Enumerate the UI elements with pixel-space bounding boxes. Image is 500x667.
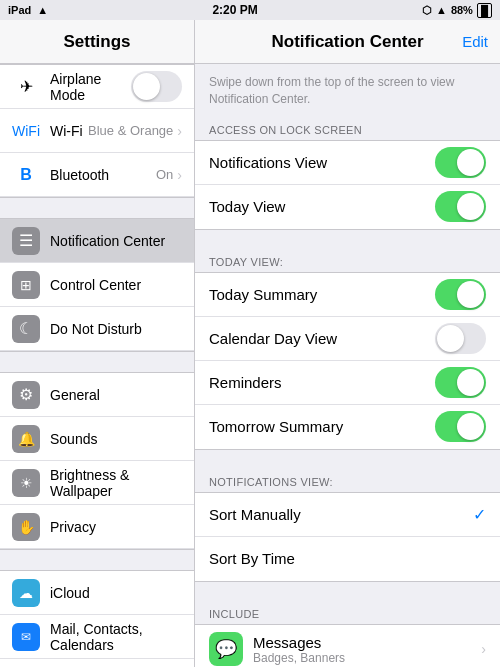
brightness-label: Brightness & Wallpaper: [50, 467, 182, 499]
tomorrow-summary-row: Tomorrow Summary: [195, 405, 500, 449]
tomorrow-summary-toggle[interactable]: [435, 411, 486, 442]
sidebar-item-airplane[interactable]: ✈ Airplane Mode: [0, 65, 194, 109]
wifi-icon: ▲: [37, 4, 48, 16]
sidebar-item-mail[interactable]: ✉ Mail, Contacts, Calendars: [0, 615, 194, 659]
battery-icon: █: [477, 3, 492, 18]
messages-chevron-icon: ›: [481, 641, 486, 657]
edit-button[interactable]: Edit: [462, 33, 488, 50]
divider-1: [0, 198, 194, 218]
status-right: ⬡ ▲ 88% █: [422, 3, 492, 18]
bluetooth-value: On: [156, 167, 173, 182]
sort-manually-check: ✓: [473, 505, 486, 524]
wifi-chevron: ›: [177, 123, 182, 139]
do-not-disturb-label: Do Not Disturb: [50, 321, 182, 337]
notification-center-nav-title: Notification Center: [271, 32, 423, 52]
status-bar: iPad ▲ 2:20 PM ⬡ ▲ 88% █: [0, 0, 500, 20]
include-section-header: INCLUDE: [195, 602, 500, 624]
mail-label: Mail, Contacts, Calendars: [50, 621, 182, 653]
status-left: iPad ▲: [8, 4, 48, 16]
include-messages-name: Messages: [253, 634, 481, 651]
sort-by-time-label: Sort By Time: [209, 550, 486, 567]
nav-left-section: Settings: [0, 20, 195, 63]
calendar-day-view-label: Calendar Day View: [209, 330, 435, 347]
sidebar-item-notes[interactable]: 📝 Notes: [0, 659, 194, 667]
brightness-icon: ☀: [12, 469, 40, 497]
today-settings-group: Today Summary Calendar Day View Reminder…: [195, 272, 500, 450]
time-label: 2:20 PM: [212, 3, 257, 17]
gap-2: [195, 450, 500, 470]
sidebar-item-control-center[interactable]: ⊞ Control Center: [0, 263, 194, 307]
mail-icon: ✉: [12, 623, 40, 651]
sidebar-item-bluetooth[interactable]: B Bluetooth On ›: [0, 153, 194, 197]
icloud-label: iCloud: [50, 585, 182, 601]
bluetooth-chevron: ›: [177, 167, 182, 183]
access-settings-group: Notifications View Today View: [195, 140, 500, 230]
today-summary-toggle[interactable]: [435, 279, 486, 310]
sidebar-item-general[interactable]: ⚙ General: [0, 373, 194, 417]
settings-nav-title: Settings: [63, 32, 130, 52]
bluetooth-label: Bluetooth: [50, 167, 156, 183]
reminders-row: Reminders: [195, 361, 500, 405]
carrier-label: iPad: [8, 4, 31, 16]
notification-center-icon: ☰: [12, 227, 40, 255]
sidebar-item-wifi[interactable]: WiFi Wi-Fi Blue & Orange ›: [0, 109, 194, 153]
tomorrow-summary-label: Tomorrow Summary: [209, 418, 435, 435]
privacy-label: Privacy: [50, 519, 182, 535]
sidebar: ✈ Airplane Mode WiFi Wi-Fi Blue & Orange…: [0, 64, 195, 667]
divider-3: [0, 550, 194, 570]
battery-label: 88%: [451, 4, 473, 16]
sounds-icon: 🔔: [12, 425, 40, 453]
wifi-icon: WiFi: [12, 117, 40, 145]
today-view-row: Today View: [195, 185, 500, 229]
sidebar-item-brightness[interactable]: ☀ Brightness & Wallpaper: [0, 461, 194, 505]
notifications-view-toggle[interactable]: [435, 147, 486, 178]
sidebar-item-do-not-disturb[interactable]: ☾ Do Not Disturb: [0, 307, 194, 351]
sidebar-item-notification-center[interactable]: ☰ Notification Center: [0, 219, 194, 263]
sidebar-item-icloud[interactable]: ☁ iCloud: [0, 571, 194, 615]
bluetooth-icon: ⬡: [422, 4, 432, 17]
airplane-toggle[interactable]: [131, 71, 182, 102]
calendar-day-view-toggle[interactable]: [435, 323, 486, 354]
sort-settings-group: Sort Manually ✓ Sort By Time: [195, 492, 500, 582]
notifications-section-header: NOTIFICATIONS VIEW:: [195, 470, 500, 492]
general-icon: ⚙: [12, 381, 40, 409]
notifications-view-label: Notifications View: [209, 154, 435, 171]
sidebar-cloud-group: ☁ iCloud ✉ Mail, Contacts, Calendars 📝 N…: [0, 570, 194, 667]
include-messages-row[interactable]: 💬 Messages Badges, Banners ›: [195, 625, 500, 667]
sidebar-notification-group: ☰ Notification Center ⊞ Control Center ☾…: [0, 218, 194, 352]
gap-3: [195, 582, 500, 602]
notifications-view-row: Notifications View: [195, 141, 500, 185]
today-summary-label: Today Summary: [209, 286, 435, 303]
panel-hint: Swipe down from the top of the screen to…: [195, 64, 500, 118]
reminders-toggle-label: Reminders: [209, 374, 435, 391]
bluetooth-icon: B: [12, 161, 40, 189]
airplane-icon: ✈: [12, 73, 40, 101]
sidebar-general-group: ⚙ General 🔔 Sounds ☀ Brightness & Wallpa…: [0, 372, 194, 550]
today-section-header: TODAY VIEW:: [195, 250, 500, 272]
sort-manually-row[interactable]: Sort Manually ✓: [195, 493, 500, 537]
today-summary-row: Today Summary: [195, 273, 500, 317]
nav-bar: Settings Notification Center Edit: [0, 20, 500, 64]
reminders-toggle[interactable]: [435, 367, 486, 398]
today-view-toggle[interactable]: [435, 191, 486, 222]
control-center-label: Control Center: [50, 277, 182, 293]
access-section-header: ACCESS ON LOCK SCREEN: [195, 118, 500, 140]
general-label: General: [50, 387, 182, 403]
divider-2: [0, 352, 194, 372]
wifi-value: Blue & Orange: [88, 123, 173, 138]
include-messages-sub: Badges, Banners: [253, 651, 481, 665]
control-center-icon: ⊞: [12, 271, 40, 299]
include-messages-text: Messages Badges, Banners: [253, 634, 481, 665]
calendar-day-view-row: Calendar Day View: [195, 317, 500, 361]
gap-1: [195, 230, 500, 250]
sort-by-time-row[interactable]: Sort By Time: [195, 537, 500, 581]
sort-manually-label: Sort Manually: [209, 506, 473, 523]
sidebar-item-sounds[interactable]: 🔔 Sounds: [0, 417, 194, 461]
wifi-label: Wi-Fi: [50, 123, 88, 139]
today-view-label: Today View: [209, 198, 435, 215]
sounds-label: Sounds: [50, 431, 182, 447]
include-settings-group: 💬 Messages Badges, Banners › ☰ Reminders…: [195, 624, 500, 667]
right-panel: Swipe down from the top of the screen to…: [195, 64, 500, 667]
wifi-strength-icon: ▲: [436, 4, 447, 16]
sidebar-item-privacy[interactable]: ✋ Privacy: [0, 505, 194, 549]
